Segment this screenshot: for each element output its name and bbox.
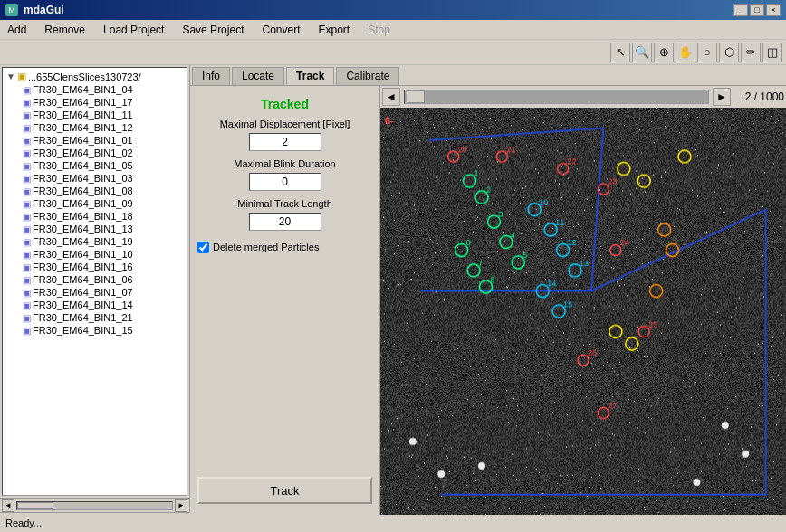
image-panel: ◄ ► 2 / 1000 — [380, 86, 786, 515]
right-panel: Info Locate Track Calibrate Tracked Maxi… — [190, 65, 786, 512]
list-item[interactable]: ▣ FR30_EM64_BIN1_05 — [5, 159, 185, 172]
pan-button[interactable]: ✋ — [676, 43, 695, 62]
collapse-icon: ▼ — [6, 71, 15, 81]
list-item[interactable]: ▣ FR30_EM64_BIN1_16 — [5, 261, 185, 273]
image-nav-bar: ◄ ► 2 / 1000 — [380, 86, 786, 108]
horizontal-scrollbar[interactable]: ◄ ► — [0, 498, 189, 512]
list-item[interactable]: ▣ FR30_EM64_BIN1_09 — [5, 197, 185, 210]
roi-circle-button[interactable]: ○ — [697, 43, 717, 62]
left-panel: ▼ ▣ ...655ClensSlices130723/ ▣ FR30_EM64… — [0, 65, 190, 512]
minimize-button[interactable]: _ — [733, 4, 748, 16]
window-controls: _ □ × — [733, 4, 781, 16]
menu-save-project[interactable]: Save Project — [178, 22, 247, 38]
microscope-image-view[interactable] — [380, 108, 786, 515]
tab-calibrate[interactable]: Calibrate — [336, 67, 399, 85]
file-icon: ▣ — [23, 136, 31, 146]
status-text: Ready... — [5, 518, 42, 528]
list-item[interactable]: ▣ FR30_EM64_BIN1_03 — [5, 172, 185, 185]
list-item[interactable]: ▣ FR30_EM64_BIN1_21 — [5, 311, 185, 324]
list-item[interactable]: ▣ FR30_EM64_BIN1_18 — [5, 210, 185, 223]
cursor-tool-button[interactable]: ↖ — [610, 43, 630, 62]
close-button[interactable]: × — [766, 4, 781, 16]
tab-content-area: Tracked Maximal Displacement [Pixel] Max… — [190, 85, 786, 515]
list-item[interactable]: ▣ FR30_EM64_BIN1_10 — [5, 248, 185, 261]
zoom-fit-button[interactable]: ⊕ — [654, 43, 674, 62]
list-item[interactable]: ▣ FR30_EM64_BIN1_17 — [5, 96, 185, 109]
list-item[interactable]: ▣ FR30_EM64_BIN1_13 — [5, 223, 185, 235]
file-icon: ▣ — [23, 161, 31, 171]
list-item[interactable]: ▣ FR30_EM64_BIN1_15 — [5, 324, 185, 337]
list-item[interactable]: ▣ FR30_EM64_BIN1_19 — [5, 235, 185, 248]
prev-frame-button[interactable]: ◄ — [382, 88, 400, 106]
frame-counter: 2 / 1000 — [734, 90, 784, 103]
menu-add[interactable]: Add — [4, 22, 30, 38]
window-title: mdaGui — [24, 4, 64, 16]
zoom-in-button[interactable]: 🔍 — [632, 43, 652, 62]
file-icon: ▣ — [23, 148, 31, 158]
tab-locate[interactable]: Locate — [232, 67, 284, 85]
track-button[interactable]: Track — [197, 477, 372, 504]
menu-convert[interactable]: Convert — [258, 22, 303, 38]
scroll-track[interactable] — [16, 501, 173, 510]
status-bar: Ready... — [0, 512, 786, 532]
file-icon: ▣ — [23, 326, 31, 336]
file-icon: ▣ — [23, 262, 31, 272]
list-item[interactable]: ▣ FR30_EM64_BIN1_06 — [5, 273, 185, 286]
delete-merged-checkbox[interactable] — [197, 242, 209, 253]
frame-slider-thumb[interactable] — [407, 90, 425, 103]
file-icon: ▣ — [23, 313, 31, 323]
max-displacement-label: Maximal Displacement [Pixel] — [220, 119, 350, 129]
max-blink-input[interactable] — [249, 173, 321, 191]
file-icon: ▣ — [23, 250, 31, 260]
list-item[interactable]: ▣ FR30_EM64_BIN1_08 — [5, 185, 185, 197]
draw-button[interactable]: ✏ — [741, 43, 761, 62]
file-icon: ▣ — [23, 212, 31, 222]
file-icon: ▣ — [23, 237, 31, 247]
tabs-area: Info Locate Track Calibrate — [190, 65, 786, 85]
scroll-right-button[interactable]: ► — [175, 499, 187, 512]
tree-root-item[interactable]: ▼ ▣ ...655ClensSlices130723/ — [5, 70, 185, 83]
scroll-left-button[interactable]: ◄ — [2, 499, 14, 512]
list-item[interactable]: ▣ FR30_EM64_BIN1_01 — [5, 134, 185, 147]
next-frame-button[interactable]: ► — [713, 88, 731, 106]
min-track-label: Minimal Track Length — [237, 198, 332, 209]
file-icon: ▣ — [23, 224, 31, 234]
scroll-thumb[interactable] — [17, 502, 53, 509]
menu-stop: Stop — [364, 22, 394, 38]
file-icon: ▣ — [23, 199, 31, 209]
menubar: Add Remove Load Project Save Project Con… — [0, 20, 786, 40]
min-track-input[interactable] — [249, 213, 321, 231]
erase-button[interactable]: ◫ — [762, 43, 782, 62]
list-item[interactable]: ▣ FR30_EM64_BIN1_02 — [5, 147, 185, 159]
tab-track[interactable]: Track — [286, 67, 334, 85]
file-icon: ▣ — [23, 110, 31, 120]
maximize-button[interactable]: □ — [750, 4, 764, 16]
file-icon: ▣ — [23, 300, 31, 310]
max-displacement-input[interactable] — [249, 133, 321, 151]
app-icon: M — [5, 4, 18, 16]
title-bar: M mdaGui _ □ × — [0, 0, 786, 20]
tab-info[interactable]: Info — [192, 67, 230, 85]
menu-load-project[interactable]: Load Project — [100, 22, 168, 38]
delete-merged-label: Delete merged Particles — [213, 242, 319, 252]
list-item[interactable]: ▣ FR30_EM64_BIN1_11 — [5, 109, 185, 121]
file-tree[interactable]: ▼ ▣ ...655ClensSlices130723/ ▣ FR30_EM64… — [2, 67, 187, 496]
list-item[interactable]: ▣ FR30_EM64_BIN1_04 — [5, 83, 185, 96]
max-blink-label: Maximal Blink Duration — [234, 158, 335, 169]
file-icon: ▣ — [23, 186, 31, 196]
delete-merged-row: Delete merged Particles — [197, 242, 372, 253]
list-item[interactable]: ▣ FR30_EM64_BIN1_07 — [5, 286, 185, 299]
list-item[interactable]: ▣ FR30_EM64_BIN1_12 — [5, 121, 185, 134]
file-icon: ▣ — [23, 98, 31, 108]
roi-polygon-button[interactable]: ⬡ — [719, 43, 739, 62]
image-canvas — [380, 108, 786, 515]
list-item[interactable]: ▣ FR30_EM64_BIN1_14 — [5, 299, 185, 311]
file-icon: ▣ — [23, 288, 31, 298]
menu-export[interactable]: Export — [315, 22, 354, 38]
track-form-panel: Tracked Maximal Displacement [Pixel] Max… — [190, 86, 380, 515]
folder-icon: ▣ — [17, 71, 26, 82]
max-displacement-group: Maximal Displacement [Pixel] — [197, 119, 372, 151]
frame-slider[interactable] — [404, 90, 709, 104]
menu-remove[interactable]: Remove — [41, 22, 89, 38]
toolbar: ↖ 🔍 ⊕ ✋ ○ ⬡ ✏ ◫ — [0, 40, 786, 65]
